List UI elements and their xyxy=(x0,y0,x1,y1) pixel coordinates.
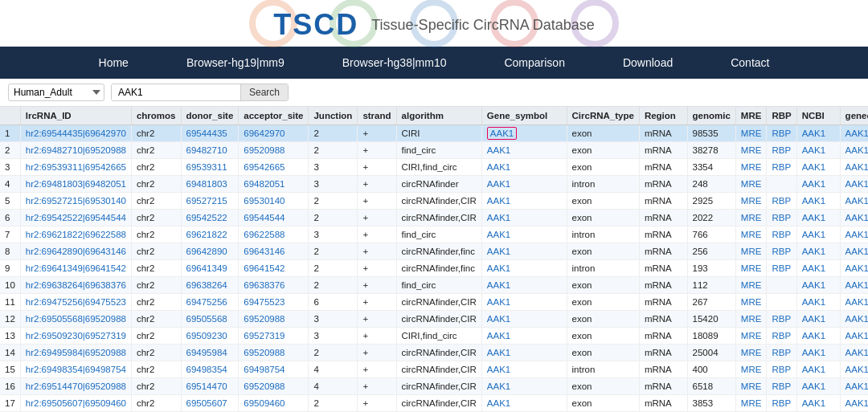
donor-cell[interactable]: 69498354 xyxy=(181,361,239,378)
rbp-cell[interactable] xyxy=(767,176,796,193)
ncbi-cell[interactable]: AAK1 xyxy=(796,226,840,243)
gene-cell[interactable]: AAK1 xyxy=(481,243,567,260)
cell-link[interactable]: AAK1 xyxy=(487,381,510,391)
cell-link[interactable]: 69539311 xyxy=(186,162,227,172)
acceptor-cell[interactable]: 69544544 xyxy=(239,210,309,226)
acceptor-cell[interactable]: 69520988 xyxy=(239,378,309,395)
mre-cell[interactable]: MRE xyxy=(735,142,767,159)
donor-cell[interactable]: 69505607 xyxy=(181,395,239,412)
cell-link[interactable]: AAK1 xyxy=(802,280,825,290)
rbp-cell[interactable]: RBP xyxy=(767,243,796,260)
cell-link[interactable]: 69542522 xyxy=(186,213,227,222)
donor-cell[interactable]: 69642890 xyxy=(181,243,239,260)
cell-link[interactable]: MRE xyxy=(741,398,762,408)
acceptor-cell[interactable]: 69520988 xyxy=(239,142,309,159)
cell-link[interactable]: 69530140 xyxy=(244,196,285,206)
data-table-container[interactable]: lrcRNA_ID chromos donor_site acceptor_si… xyxy=(0,107,868,412)
cell-link[interactable]: AAK1 xyxy=(487,213,510,222)
ncbi-cell[interactable]: AAK1 xyxy=(796,210,840,226)
mre-cell[interactable]: MRE xyxy=(735,328,767,345)
acceptor-cell[interactable]: 69642970 xyxy=(239,125,309,142)
cell-link[interactable]: AAK1 xyxy=(845,263,868,273)
gene-cell[interactable]: AAK1 xyxy=(481,328,567,345)
cell-link[interactable]: 69641542 xyxy=(244,263,285,273)
circrna-id-cell[interactable]: hr2:69539311|69542665 xyxy=(20,159,131,176)
ncbi-cell[interactable]: AAK1 xyxy=(796,361,840,378)
cell-link[interactable]: AAK1 xyxy=(802,145,825,155)
cell-link[interactable]: AAK1 xyxy=(845,247,868,256)
rbp-cell[interactable]: RBP xyxy=(767,210,796,226)
circrna-id-cell[interactable]: hr2:69544435|69642970 xyxy=(20,125,131,142)
acceptor-cell[interactable]: 69643146 xyxy=(239,243,309,260)
cell-link[interactable]: 69520988 xyxy=(244,348,285,357)
circrna-id-link[interactable]: hr2:69505568|69520988 xyxy=(26,314,126,324)
rbp-cell[interactable] xyxy=(767,294,796,311)
cell-link[interactable]: 69520988 xyxy=(244,145,285,155)
circrna-id-cell[interactable]: hr2:69509230|69527319 xyxy=(20,328,131,345)
donor-cell[interactable]: 69544435 xyxy=(181,125,239,142)
search-input[interactable] xyxy=(112,84,240,100)
gene-cell[interactable]: AAK1 xyxy=(481,277,567,294)
donor-cell[interactable]: 69542522 xyxy=(181,210,239,226)
cell-link[interactable]: MRE xyxy=(741,230,762,239)
cell-link[interactable]: 69498754 xyxy=(244,365,285,374)
cell-link[interactable]: 69475256 xyxy=(186,297,227,307)
mre-cell[interactable]: MRE xyxy=(735,193,767,210)
cell-link[interactable]: MRE xyxy=(741,196,762,206)
genecards-cell[interactable]: AAK1 xyxy=(840,210,868,226)
donor-cell[interactable]: 69509230 xyxy=(181,328,239,345)
circrna-id-link[interactable]: hr2:69621822|69622588 xyxy=(26,230,126,239)
acceptor-cell[interactable]: 69641542 xyxy=(239,260,309,277)
cell-link[interactable]: MRE xyxy=(741,263,762,273)
gene-cell[interactable]: AAK1 xyxy=(481,395,567,412)
ncbi-cell[interactable]: AAK1 xyxy=(796,378,840,395)
cell-link[interactable]: AAK1 xyxy=(845,280,868,290)
mre-cell[interactable]: MRE xyxy=(735,345,767,361)
cell-link[interactable]: 69505568 xyxy=(186,314,227,324)
cell-link[interactable]: MRE xyxy=(741,179,762,189)
cell-link[interactable]: 69643146 xyxy=(244,247,285,256)
cell-link[interactable]: AAK1 xyxy=(487,263,510,273)
cell-link[interactable]: AAK1 xyxy=(802,179,825,189)
cell-link[interactable]: MRE xyxy=(741,365,762,374)
gene-cell[interactable]: AAK1 xyxy=(481,193,567,210)
cell-link[interactable]: MRE xyxy=(741,381,762,391)
cell-link[interactable]: 69638264 xyxy=(186,280,227,290)
cell-link[interactable]: AAK1 xyxy=(802,348,825,357)
gene-cell[interactable]: AAK1 xyxy=(481,311,567,328)
cell-link[interactable]: RBP xyxy=(772,365,791,374)
ncbi-cell[interactable]: AAK1 xyxy=(796,142,840,159)
cell-link[interactable]: AAK1 xyxy=(845,297,868,307)
cell-link[interactable]: MRE xyxy=(741,297,762,307)
circrna-id-cell[interactable]: hr2:69638264|69638376 xyxy=(20,277,131,294)
genecards-cell[interactable]: AAK1 xyxy=(840,260,868,277)
acceptor-cell[interactable]: 69542665 xyxy=(239,159,309,176)
tissue-dropdown[interactable]: Human_Adult Human_Fetal Mouse_Adult Mous… xyxy=(8,84,104,101)
cell-link[interactable]: RBP xyxy=(772,398,791,408)
acceptor-cell[interactable]: 69622588 xyxy=(239,226,309,243)
cell-link[interactable]: AAK1 xyxy=(845,314,868,324)
donor-cell[interactable]: 69514470 xyxy=(181,378,239,395)
genecards-cell[interactable]: AAK1 xyxy=(840,142,868,159)
mre-cell[interactable]: MRE xyxy=(735,311,767,328)
cell-link[interactable]: AAK1 xyxy=(845,381,868,391)
genecards-cell[interactable]: AAK1 xyxy=(840,159,868,176)
gene-cell[interactable]: AAK1 xyxy=(481,210,567,226)
ncbi-cell[interactable]: AAK1 xyxy=(796,345,840,361)
circrna-id-cell[interactable]: hr2:69621822|69622588 xyxy=(20,226,131,243)
gene-cell[interactable]: AAK1 xyxy=(481,361,567,378)
gene-cell[interactable]: AAK1 xyxy=(481,378,567,395)
mre-cell[interactable]: MRE xyxy=(735,226,767,243)
circrna-id-link[interactable]: hr2:69539311|69542665 xyxy=(26,162,126,172)
genecards-cell[interactable]: AAK1 xyxy=(840,277,868,294)
gene-cell[interactable]: AAK1 xyxy=(481,260,567,277)
circrna-id-cell[interactable]: hr2:69481803|69482051 xyxy=(20,176,131,193)
acceptor-cell[interactable]: 69520988 xyxy=(239,345,309,361)
cell-link[interactable]: 69622588 xyxy=(244,230,285,239)
rbp-cell[interactable] xyxy=(767,277,796,294)
cell-link[interactable]: RBP xyxy=(772,314,791,324)
genecards-cell[interactable]: AAK1 xyxy=(840,345,868,361)
acceptor-cell[interactable]: 69498754 xyxy=(239,361,309,378)
gene-cell[interactable]: AAK1 xyxy=(481,125,567,142)
cell-link[interactable]: MRE xyxy=(741,314,762,324)
